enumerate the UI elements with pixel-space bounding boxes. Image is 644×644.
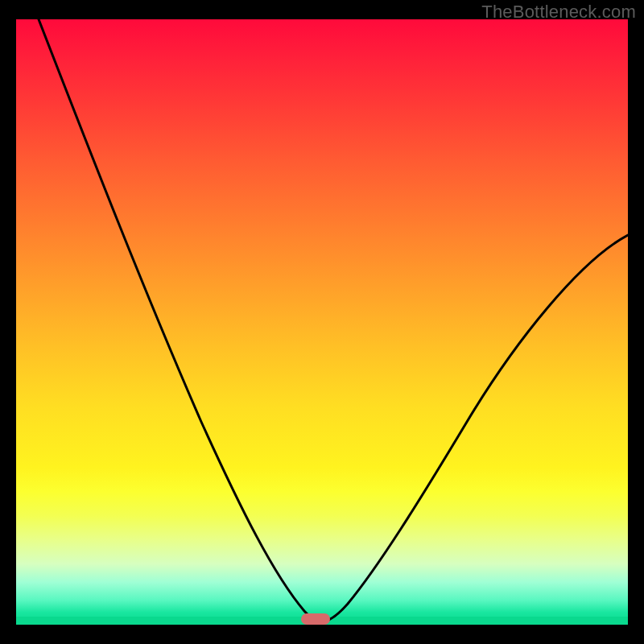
bottleneck-curve-path bbox=[39, 19, 628, 621]
plot-area bbox=[16, 19, 628, 625]
chart-frame: TheBottleneck.com bbox=[0, 0, 644, 644]
watermark-text: TheBottleneck.com bbox=[481, 2, 636, 23]
minimum-marker bbox=[301, 613, 330, 625]
curve-svg bbox=[16, 19, 628, 625]
